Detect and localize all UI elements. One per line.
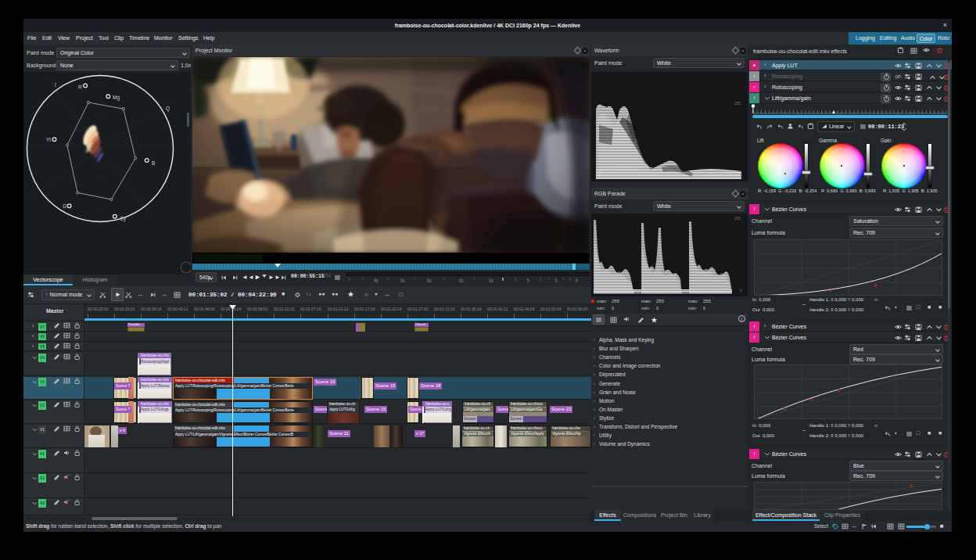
- svg-text:Yl: Yl: [46, 137, 51, 142]
- svg-text:Mg: Mg: [113, 95, 120, 101]
- svg-text:B: B: [152, 160, 155, 166]
- svg-text:G: G: [63, 203, 66, 209]
- svg-text:I: I: [55, 82, 56, 88]
- svg-text:R: R: [78, 84, 82, 90]
- svg-text:Q: Q: [166, 106, 170, 112]
- svg-text:Cy: Cy: [120, 216, 127, 222]
